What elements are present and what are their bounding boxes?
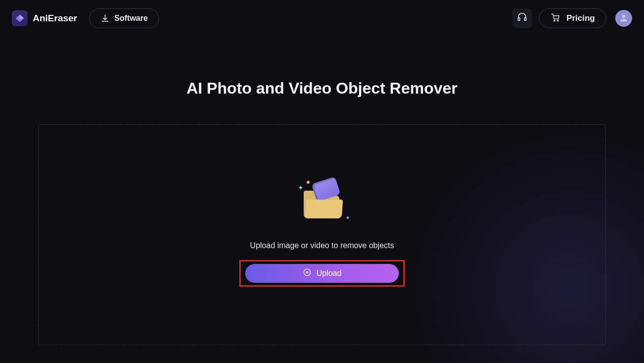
software-label: Software — [114, 14, 148, 23]
headset-icon — [517, 12, 528, 25]
cart-icon — [550, 12, 560, 25]
upload-button[interactable]: Upload — [245, 264, 399, 283]
svg-point-5 — [557, 20, 558, 21]
upload-highlight: Upload — [239, 260, 405, 287]
brand-logo-icon — [12, 10, 28, 26]
pricing-label: Pricing — [566, 13, 595, 23]
folder-illustration-icon: ✦ ✦ — [295, 183, 349, 220]
download-icon — [101, 14, 109, 23]
main-content: AI Photo and Video Object Remover ✦ ✦ Up… — [0, 37, 644, 363]
software-button[interactable]: Software — [89, 8, 160, 28]
upload-label: Upload — [317, 269, 342, 278]
avatar[interactable] — [615, 10, 632, 27]
support-button[interactable] — [512, 8, 532, 28]
plus-circle-icon — [303, 268, 312, 279]
upload-dropzone[interactable]: ✦ ✦ Upload image or video to remove obje… — [38, 124, 606, 345]
upload-instructions: Upload image or video to remove objects — [250, 241, 394, 250]
pricing-button[interactable]: Pricing — [539, 8, 606, 28]
brand[interactable]: AniEraser — [12, 10, 77, 26]
user-icon — [619, 12, 629, 24]
app-header: AniEraser Software Pricing — [0, 0, 644, 37]
svg-point-6 — [622, 14, 626, 18]
page-title: AI Photo and Video Object Remover — [12, 79, 632, 98]
svg-marker-1 — [20, 15, 24, 19]
brand-name: AniEraser — [33, 13, 77, 24]
svg-rect-3 — [525, 18, 527, 20]
svg-rect-2 — [518, 18, 520, 20]
svg-point-4 — [554, 20, 555, 21]
